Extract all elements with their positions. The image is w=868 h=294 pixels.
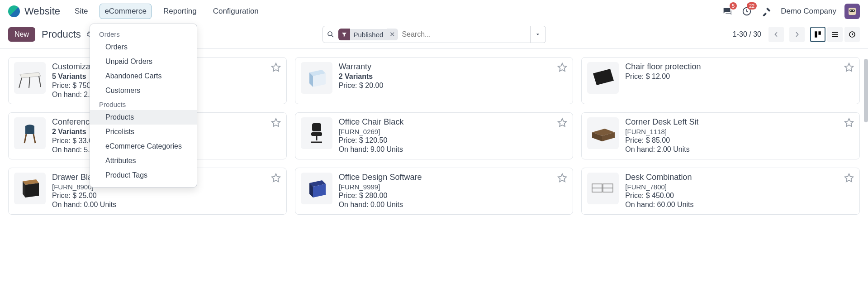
brand[interactable]: Website bbox=[8, 5, 60, 17]
favorite-star[interactable] bbox=[557, 173, 567, 183]
search-dropdown-toggle[interactable] bbox=[531, 26, 546, 43]
product-thumbnail bbox=[14, 173, 46, 204]
favorite-star[interactable] bbox=[557, 62, 567, 72]
svg-marker-16 bbox=[271, 63, 280, 71]
nav-reporting[interactable]: Reporting bbox=[159, 4, 201, 19]
product-thumbnail bbox=[301, 117, 332, 149]
company-selector[interactable]: Demo Company bbox=[781, 7, 836, 16]
breadcrumb-text: Products bbox=[42, 29, 81, 40]
dropdown-section-header: Orders bbox=[90, 28, 197, 40]
svg-marker-22 bbox=[845, 63, 853, 71]
search-wrap: Published ✕ bbox=[323, 26, 546, 43]
product-card[interactable]: Chair floor protectionPrice: $ 12.00 bbox=[581, 57, 860, 104]
favorite-star[interactable] bbox=[844, 117, 854, 127]
tools-button[interactable] bbox=[761, 5, 773, 17]
dropdown-item[interactable]: Products bbox=[90, 110, 197, 125]
product-info: Desk Combination[FURN_7800]Price: $ 450.… bbox=[625, 173, 693, 210]
new-button[interactable]: New bbox=[8, 27, 35, 42]
product-onhand: On hand: 2.00 Units bbox=[625, 145, 698, 154]
product-info: Warranty2 VariantsPrice: $ 20.00 bbox=[339, 62, 384, 99]
product-card[interactable]: Office Design Software[FURN_9999]Price: … bbox=[295, 168, 574, 215]
chevron-left-icon bbox=[773, 31, 780, 38]
nav-site[interactable]: Site bbox=[70, 4, 92, 19]
top-nav: Website Site eCommerce Reporting Configu… bbox=[0, 0, 868, 23]
svg-rect-10 bbox=[832, 36, 838, 37]
dropdown-item[interactable]: Orders bbox=[90, 40, 197, 54]
svg-rect-28 bbox=[311, 132, 322, 136]
dropdown-item[interactable]: eCommerce Categories bbox=[90, 139, 197, 154]
favorite-star[interactable] bbox=[844, 173, 854, 183]
svg-rect-7 bbox=[819, 31, 821, 35]
breadcrumb: Products bbox=[42, 29, 94, 40]
view-list[interactable] bbox=[827, 27, 843, 42]
product-sku: [FURN_0269] bbox=[339, 128, 404, 135]
dropdown-item[interactable]: Pricelists bbox=[90, 125, 197, 139]
product-onhand: On hand: 60.00 Units bbox=[625, 201, 693, 209]
chat-button[interactable]: 5 bbox=[721, 5, 733, 17]
filter-icon bbox=[338, 29, 350, 40]
dropdown-item[interactable]: Customers bbox=[90, 83, 197, 98]
search-icon bbox=[327, 30, 335, 39]
svg-marker-39 bbox=[271, 174, 280, 182]
product-sku: [FURN_7800] bbox=[625, 183, 693, 191]
ecommerce-dropdown: OrdersOrdersUnpaid OrdersAbandoned Carts… bbox=[90, 24, 197, 188]
dropdown-item[interactable]: Attributes bbox=[90, 154, 197, 168]
tools-icon bbox=[762, 6, 772, 16]
product-title: Chair floor protection bbox=[625, 62, 701, 72]
dropdown-item[interactable]: Abandoned Carts bbox=[90, 69, 197, 83]
favorite-star[interactable] bbox=[271, 62, 281, 72]
dropdown-item[interactable]: Product Tags bbox=[90, 168, 197, 183]
favorite-star[interactable] bbox=[271, 117, 281, 127]
favorite-star[interactable] bbox=[557, 117, 567, 127]
product-info: Chair floor protectionPrice: $ 12.00 bbox=[625, 62, 701, 99]
product-price: Price: $ 12.00 bbox=[625, 72, 701, 81]
search-box[interactable]: Published ✕ bbox=[323, 26, 531, 43]
product-card[interactable]: Desk Combination[FURN_7800]Price: $ 450.… bbox=[581, 168, 860, 215]
favorite-star[interactable] bbox=[844, 62, 854, 72]
product-card[interactable]: Corner Desk Left Sit[FURN_1118]Price: $ … bbox=[581, 112, 860, 159]
star-icon bbox=[271, 173, 281, 183]
svg-marker-35 bbox=[845, 119, 853, 126]
nav-configuration[interactable]: Configuration bbox=[209, 4, 263, 19]
product-card[interactable]: Office Chair Black[FURN_0269]Price: $ 12… bbox=[295, 112, 574, 159]
activities-button[interactable]: 22 bbox=[741, 5, 753, 17]
product-thumbnail bbox=[587, 62, 619, 94]
product-price: Price: $ 25.00 bbox=[52, 192, 116, 200]
star-icon bbox=[557, 173, 567, 183]
dropdown-item[interactable]: Unpaid Orders bbox=[90, 54, 197, 69]
product-title: Corner Desk Left Sit bbox=[625, 117, 698, 127]
svg-marker-47 bbox=[845, 174, 853, 182]
product-thumbnail bbox=[14, 117, 46, 149]
product-card[interactable]: Warranty2 VariantsPrice: $ 20.00 bbox=[295, 57, 574, 104]
star-icon bbox=[557, 62, 567, 72]
product-variants: 2 Variants bbox=[339, 72, 384, 81]
svg-rect-8 bbox=[832, 32, 838, 33]
nav-ecommerce[interactable]: eCommerce bbox=[100, 4, 152, 19]
product-sku: [FURN_9999] bbox=[339, 183, 422, 191]
star-icon bbox=[271, 62, 281, 72]
product-thumbnail bbox=[587, 117, 619, 149]
right-controls: 1-30 / 30 bbox=[733, 27, 860, 42]
pager-text: 1-30 / 30 bbox=[733, 30, 761, 39]
clock-small-icon bbox=[848, 30, 856, 39]
view-activity[interactable] bbox=[844, 27, 860, 42]
product-info: Office Chair Black[FURN_0269]Price: $ 12… bbox=[339, 117, 404, 154]
filter-chip-published[interactable]: Published ✕ bbox=[338, 29, 398, 40]
search-input[interactable] bbox=[402, 30, 526, 39]
svg-rect-27 bbox=[312, 123, 321, 131]
favorite-star[interactable] bbox=[271, 173, 281, 183]
view-switcher bbox=[810, 27, 860, 42]
star-icon bbox=[557, 117, 567, 127]
scrollbar[interactable] bbox=[864, 59, 868, 122]
svg-marker-43 bbox=[558, 174, 566, 182]
pager-next[interactable] bbox=[789, 27, 805, 42]
avatar[interactable] bbox=[844, 4, 860, 19]
view-kanban[interactable] bbox=[810, 27, 825, 42]
filter-chip-remove[interactable]: ✕ bbox=[387, 29, 398, 40]
pager-prev[interactable] bbox=[768, 27, 784, 42]
product-sku: [FURN_1118] bbox=[625, 128, 698, 135]
product-price: Price: $ 85.00 bbox=[625, 136, 698, 145]
svg-marker-20 bbox=[558, 63, 566, 71]
chevron-down-icon bbox=[535, 32, 541, 37]
product-onhand: On hand: 9.00 Units bbox=[339, 145, 404, 154]
